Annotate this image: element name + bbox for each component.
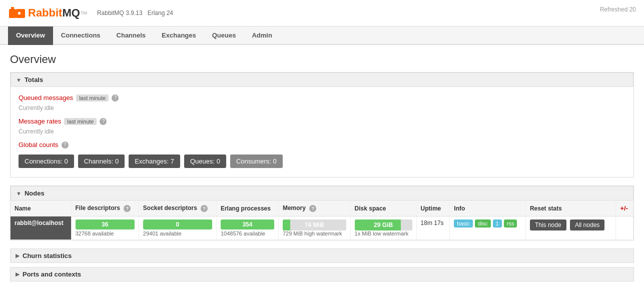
table-row: rabbit@localhost 36 32768 available 0 29… [11,216,633,240]
disk-progress: 29 GiB [355,220,412,230]
col-file-descriptors: File descriptors ? [71,200,139,216]
socket-descriptors-cell: 0 29401 available [139,216,216,240]
message-rates-row: Message rates last minute ? [19,116,625,127]
socket-desc-help[interactable]: ? [201,205,208,212]
queued-messages-label: Queued messages [19,94,73,102]
nodes-title: Nodes [25,190,45,197]
svg-rect-3 [18,12,21,14]
erlang-version: Erlang 24 [148,10,173,16]
memory-help[interactable]: ? [309,205,316,212]
queued-idle: Currently idle [19,104,625,112]
nodes-header[interactable]: ▼ Nodes [11,186,633,200]
file-descriptors-sub: 32768 available [76,230,135,236]
rabbitmq-logo-icon [8,4,26,22]
refreshed-text: Refreshed 20 [600,6,636,13]
col-memory: Memory ? [278,200,350,216]
nodes-table: Name File descriptors ? Socket descripto… [11,200,633,240]
nav-exchanges[interactable]: Exchanges [154,26,204,45]
queued-messages-row: Queued messages last minute ? [19,92,625,104]
badge-disc[interactable]: disc [475,220,491,228]
socket-descriptors-sub: 29401 available [143,230,212,236]
col-uptime: Uptime [416,200,450,216]
nodes-section: ▼ Nodes Name File descriptors ? Socket d… [10,186,634,240]
erlang-processes-cell: 354 1048576 available [216,216,278,240]
info-badges: basic disc 1 rss [454,220,521,228]
badge-num[interactable]: 1 [493,220,502,228]
badge-basic[interactable]: basic [454,220,473,228]
uptime-cell: 18m 17s [416,216,450,240]
totals-arrow: ▼ [16,77,22,83]
count-buttons: Connections: 0 Channels: 0 Exchanges: 7 … [19,154,625,168]
plusminus-icon[interactable]: +/- [620,204,628,212]
col-socket-descriptors: Socket descriptors ? [139,200,216,216]
file-desc-help[interactable]: ? [124,205,131,212]
disk-space-cell: 29 GiB 1x MiB low watermark [350,216,416,240]
queued-badge[interactable]: last minute [76,94,109,102]
nav-admin[interactable]: Admin [244,26,280,45]
badge-rss[interactable]: rss [504,220,517,228]
ports-title: Ports and contexts [23,270,81,278]
nav-queues[interactable]: Queues [204,26,244,45]
disk-bar-outer: 29 GiB [355,220,412,230]
nodes-arrow: ▼ [16,190,22,196]
totals-header[interactable]: ▼ Totals [11,72,633,87]
churn-header[interactable]: ▶ Churn statistics [11,249,633,262]
ports-header[interactable]: ▶ Ports and contexts [11,268,633,281]
col-plusminus: +/- [616,200,633,216]
message-rates-label: Message rates [19,118,61,125]
main-nav: Overview Connections Channels Exchanges … [0,26,644,45]
col-disk-space: Disk space [350,200,416,216]
global-counts-help-icon[interactable]: ? [62,142,69,148]
reset-this-node-button[interactable]: This node [530,220,566,230]
message-rates-badge[interactable]: last minute [64,118,97,125]
reset-all-nodes-button[interactable]: All nodes [570,220,604,230]
erlang-processes-sub: 1048576 available [221,230,274,236]
queues-count-btn[interactable]: Queues: 0 [184,154,226,168]
col-info: Info [450,200,526,216]
exchanges-count-btn[interactable]: Exchanges: 7 [129,154,180,168]
churn-title: Churn statistics [23,252,72,260]
channels-count-btn[interactable]: Channels: 0 [78,154,125,168]
message-rates-help-icon[interactable]: ? [100,118,107,125]
main-content: Overview ▼ Totals Queued messages last m… [0,45,644,284]
col-erlang-processes: Erlang processes [216,200,278,216]
nodes-table-header-row: Name File descriptors ? Socket descripto… [11,200,633,216]
socket-descriptors-value: 0 [143,220,212,230]
connections-count-btn[interactable]: Connections: 0 [19,154,74,168]
plusminus-cell [616,216,633,240]
disk-value: 29 GiB [355,220,412,230]
node-name: rabbit@localhost [11,216,71,240]
nav-overview[interactable]: Overview [8,26,53,45]
logo-tm: TM [81,10,87,16]
logo: RabbitMQ TM [8,4,87,22]
global-counts-row: Global counts ? [19,139,625,150]
logo-text: RabbitMQ [28,6,80,20]
disk-sub: 1x MiB low watermark [355,230,412,236]
memory-cell: 74 MiB 729 MiB high watermark [278,216,350,240]
consumers-count-btn[interactable]: Consumers: 0 [230,154,283,168]
col-name: Name [11,200,71,216]
ports-arrow: ▶ [16,271,20,278]
svg-rect-1 [11,7,14,11]
queued-help-icon[interactable]: ? [112,94,119,102]
memory-value: 74 MiB [283,220,346,230]
message-rates-idle: Currently idle [19,127,625,136]
col-reset-stats: Reset stats [525,200,616,216]
totals-section: ▼ Totals Queued messages last minute ? C… [10,72,634,178]
page-title: Overview [10,53,634,66]
memory-progress: 74 MiB [283,220,346,230]
memory-bar-outer: 74 MiB [283,220,346,230]
global-counts-label: Global counts [19,141,59,148]
file-descriptors-cell: 36 32768 available [71,216,139,240]
rabbitmq-version: RabbitMQ 3.9.13 [97,10,143,16]
memory-sub: 729 MiB high watermark [283,230,346,236]
churn-arrow: ▶ [16,252,20,259]
totals-title: Totals [25,76,43,84]
nav-channels[interactable]: Channels [109,26,154,45]
version-badges: RabbitMQ 3.9.13 Erlang 24 [97,10,173,16]
totals-content: Queued messages last minute ? Currently … [11,87,633,177]
info-cell: basic disc 1 rss [450,216,526,240]
churn-section: ▶ Churn statistics [10,248,634,263]
reset-stats-cell: This node All nodes [525,216,616,240]
nav-connections[interactable]: Connections [53,26,109,45]
